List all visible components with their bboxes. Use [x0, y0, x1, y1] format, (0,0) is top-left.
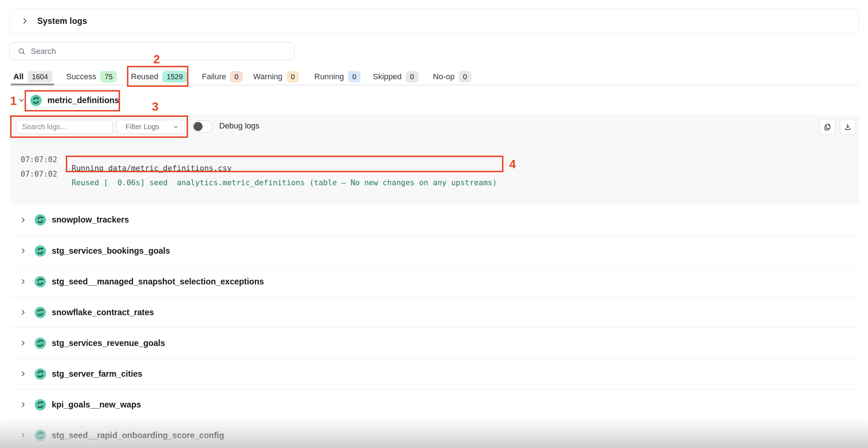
- expanded-item-metric-definitions[interactable]: metric_definitions: [30, 95, 119, 106]
- list-item-stg-services-bookings-goals[interactable]: stg_services_bookings_goals: [9, 235, 859, 266]
- copy-logs-button[interactable]: [820, 119, 835, 135]
- chevron-right-icon[interactable]: [20, 401, 26, 408]
- tab-count-badge: 1529: [162, 71, 187, 83]
- tab-label: Success: [66, 72, 96, 81]
- search-input[interactable]: [31, 47, 294, 56]
- filter-logs-label: Filter Logs: [125, 123, 159, 131]
- log-panel: Filter Logs Debug logs 07:07:02 Running …: [9, 115, 859, 204]
- tab-count-badge: 0: [230, 71, 243, 83]
- tab-success[interactable]: Success75: [66, 69, 117, 84]
- search-bar[interactable]: [9, 42, 294, 60]
- tab-count-badge: 1604: [27, 71, 52, 83]
- chevron-down-icon: [173, 124, 179, 130]
- tab-running[interactable]: Running0: [314, 69, 361, 84]
- reused-status-icon: [35, 430, 46, 441]
- debug-logs-toggle[interactable]: [192, 121, 213, 132]
- toggle-knob: [193, 122, 203, 131]
- list-item-snowplow-trackers[interactable]: snowplow_trackers: [9, 204, 859, 235]
- system-logs-page: System logs All1604 Success75 Reused1529…: [0, 0, 868, 448]
- tab-label: Reused: [131, 72, 158, 81]
- copy-icon: [823, 123, 832, 131]
- tab-count-badge: 75: [100, 71, 117, 83]
- log-message: Reused [ 0.06s] seed analytics.metric_de…: [72, 178, 497, 187]
- item-label: stg_services_bookings_goals: [52, 246, 170, 256]
- log-item-list: snowplow_trackers stg_services_bookings_…: [9, 204, 859, 448]
- item-label: stg_server_farm_cities: [52, 369, 142, 379]
- chevron-down-icon[interactable]: [18, 97, 25, 105]
- reused-status-icon: [35, 276, 46, 287]
- tab-count-badge: 0: [348, 71, 361, 83]
- tab-count-badge: 0: [406, 71, 418, 83]
- log-search-input[interactable]: [16, 123, 112, 131]
- tab-label: No-op: [433, 72, 455, 81]
- list-item-stg-seed-rapid-onboarding-score-config[interactable]: stg_seed__rapid_onboarding_score_config: [9, 420, 859, 448]
- search-icon: [18, 47, 26, 55]
- chevron-right-icon[interactable]: [20, 248, 26, 254]
- item-label: metric_definitions: [47, 96, 119, 105]
- log-timestamp: 07:07:02: [21, 170, 57, 178]
- log-search-box[interactable]: [16, 120, 113, 134]
- system-logs-header[interactable]: System logs: [9, 8, 859, 34]
- reused-status-icon: [30, 95, 42, 106]
- reused-status-icon: [35, 368, 46, 380]
- download-icon: [843, 123, 852, 131]
- list-item-stg-server-farm-cities[interactable]: stg_server_farm_cities: [9, 358, 859, 389]
- chevron-right-icon[interactable]: [20, 340, 26, 346]
- tab-skipped[interactable]: Skipped0: [373, 69, 418, 84]
- page-title: System logs: [37, 16, 87, 26]
- chevron-right-icon[interactable]: [20, 371, 26, 377]
- tab-label: Failure: [202, 72, 226, 81]
- tab-all[interactable]: All1604: [13, 69, 52, 84]
- list-item-stg-seed-managed-snapshot-selection-exceptions[interactable]: stg_seed__managed_snapshot_selection_exc…: [9, 266, 859, 297]
- filter-logs-dropdown[interactable]: Filter Logs: [116, 120, 186, 134]
- tab-label: Running: [314, 72, 344, 81]
- chevron-right-icon[interactable]: [20, 278, 26, 285]
- reused-status-icon: [35, 338, 46, 349]
- download-logs-button[interactable]: [840, 119, 856, 135]
- tab-count-badge: 0: [459, 71, 471, 83]
- tab-noop[interactable]: No-op0: [433, 69, 471, 84]
- list-item-snowflake-contract-rates[interactable]: snowflake_contract_rates: [9, 297, 859, 327]
- tab-warning[interactable]: Warning0: [253, 69, 299, 84]
- tab-count-badge: 0: [286, 71, 299, 83]
- item-label: stg_seed__rapid_onboarding_score_config: [52, 431, 224, 440]
- chevron-right-icon[interactable]: [20, 217, 26, 223]
- chevron-right-icon[interactable]: [20, 432, 26, 439]
- annotation-number-1: 1: [10, 94, 17, 108]
- list-item-kpi-goals-new-waps[interactable]: kpi_goals__new_waps: [9, 389, 859, 420]
- tabs-separator: [9, 85, 859, 85]
- reused-status-icon: [35, 307, 46, 318]
- tab-label: Warning: [253, 72, 282, 81]
- tab-label: Skipped: [373, 72, 402, 81]
- item-label: snowplow_trackers: [52, 215, 129, 225]
- chevron-right-icon[interactable]: [21, 17, 29, 25]
- item-label: kpi_goals__new_waps: [52, 400, 141, 410]
- debug-logs-label: Debug logs: [219, 121, 259, 131]
- item-label: snowflake_contract_rates: [52, 308, 154, 317]
- reused-status-icon: [35, 214, 46, 225]
- chevron-right-icon[interactable]: [20, 309, 26, 316]
- log-line: 07:07:02 Reused [ 0.06s] seed analytics.…: [9, 161, 859, 170]
- reused-status-icon: [35, 399, 46, 410]
- item-label: stg_seed__managed_snapshot_selection_exc…: [52, 277, 264, 287]
- tab-reused[interactable]: Reused1529: [131, 69, 187, 84]
- annotation-number-3: 3: [152, 100, 158, 114]
- reused-status-icon: [35, 245, 46, 257]
- tab-label: All: [13, 72, 24, 81]
- log-line: 07:07:02 Running data/metric_definitions…: [9, 147, 859, 156]
- tab-failure[interactable]: Failure0: [202, 69, 243, 84]
- item-label: stg_services_revenue_goals: [52, 338, 165, 348]
- list-item-stg-services-revenue-goals[interactable]: stg_services_revenue_goals: [9, 327, 859, 358]
- active-tab-underline: [11, 84, 54, 85]
